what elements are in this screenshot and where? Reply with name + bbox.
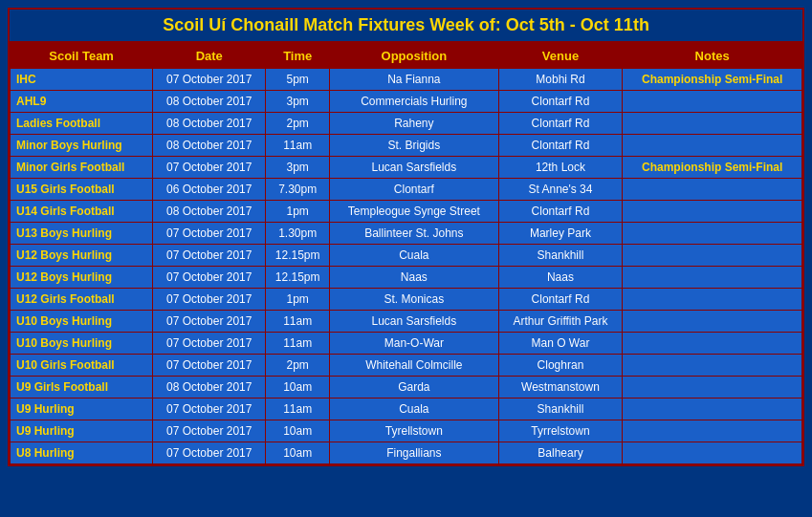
table-row: U10 Boys Hurling07 October 201711amMan-O… — [11, 333, 802, 355]
col-header-date: Date — [153, 44, 266, 69]
fixtures-container: Scoil Uí Chonaill Match Fixtures Week of… — [8, 8, 804, 466]
cell-time: 1pm — [266, 289, 330, 311]
table-header-row: Scoil Team Date Time Opposition Venue No… — [11, 44, 802, 69]
cell-opposition: Lucan Sarsfields — [330, 157, 499, 179]
cell-notes — [623, 201, 802, 223]
cell-date: 07 October 2017 — [153, 399, 266, 420]
cell-team: U12 Boys Hurling — [11, 245, 153, 267]
cell-notes — [623, 377, 802, 399]
cell-time: 12.15pm — [266, 245, 330, 267]
table-row: IHC07 October 20175pmNa FiannaMobhi RdCh… — [11, 69, 802, 91]
cell-time: 7.30pm — [266, 179, 330, 201]
cell-date: 07 October 2017 — [153, 289, 266, 311]
cell-opposition: Na Fianna — [330, 69, 499, 91]
cell-opposition: Cuala — [330, 399, 499, 420]
cell-opposition: Man-O-War — [330, 333, 499, 355]
cell-time: 11am — [266, 399, 330, 420]
cell-venue: Cloghran — [498, 355, 623, 377]
table-row: AHL908 October 20173pmCommercials Hurlin… — [11, 91, 802, 113]
cell-team: Minor Boys Hurling — [11, 135, 153, 157]
cell-venue: Shankhill — [498, 245, 623, 267]
cell-date: 07 October 2017 — [153, 267, 266, 289]
cell-opposition: Clontarf — [330, 179, 499, 201]
table-row: U10 Girls Football07 October 20172pmWhit… — [11, 355, 802, 377]
table-row: Minor Girls Football07 October 20173pmLu… — [11, 157, 802, 179]
cell-date: 07 October 2017 — [153, 333, 266, 355]
cell-team: U9 Hurling — [11, 399, 153, 420]
cell-opposition: Raheny — [330, 113, 499, 135]
cell-notes — [623, 113, 802, 135]
cell-notes — [623, 355, 802, 377]
cell-notes — [623, 135, 802, 157]
cell-time: 1.30pm — [266, 223, 330, 245]
cell-date: 08 October 2017 — [153, 201, 266, 223]
cell-time: 3pm — [266, 157, 330, 179]
cell-notes — [623, 311, 802, 333]
cell-time: 10am — [266, 442, 330, 464]
cell-team: U12 Girls Football — [11, 289, 153, 311]
cell-venue: St Anne's 34 — [498, 179, 623, 201]
cell-notes — [623, 179, 802, 201]
cell-date: 07 October 2017 — [153, 311, 266, 333]
table-row: U13 Boys Hurling07 October 20171.30pmBal… — [11, 223, 802, 245]
cell-opposition: Lucan Sarsfields — [330, 311, 499, 333]
cell-team: U9 Hurling — [11, 420, 153, 442]
cell-team: Ladies Football — [11, 113, 153, 135]
cell-team: U14 Girls Football — [11, 201, 153, 223]
table-row: U9 Hurling07 October 201710amTyrellstown… — [11, 420, 802, 442]
cell-date: 08 October 2017 — [153, 377, 266, 399]
cell-team: U8 Hurling — [11, 442, 153, 464]
fixtures-table: Scoil Team Date Time Opposition Venue No… — [10, 43, 802, 464]
cell-opposition: Templeogue Synge Street — [330, 201, 499, 223]
cell-opposition: Garda — [330, 377, 499, 399]
cell-notes — [623, 420, 802, 442]
cell-date: 08 October 2017 — [153, 135, 266, 157]
table-row: U12 Boys Hurling07 October 201712.15pmCu… — [11, 245, 802, 267]
cell-opposition: Ballinteer St. Johns — [330, 223, 499, 245]
cell-time: 12.15pm — [266, 267, 330, 289]
col-header-opposition: Opposition — [330, 44, 499, 69]
table-row: Ladies Football08 October 20172pmRahenyC… — [11, 113, 802, 135]
cell-venue: Clontarf Rd — [498, 201, 623, 223]
table-row: U10 Boys Hurling07 October 201711amLucan… — [11, 311, 802, 333]
cell-venue: Naas — [498, 267, 623, 289]
cell-date: 07 October 2017 — [153, 420, 266, 442]
cell-time: 11am — [266, 333, 330, 355]
cell-date: 07 October 2017 — [153, 442, 266, 464]
cell-notes — [623, 289, 802, 311]
cell-notes — [623, 442, 802, 464]
cell-venue: Man O War — [498, 333, 623, 355]
cell-time: 10am — [266, 420, 330, 442]
table-row: U15 Girls Football06 October 20177.30pmC… — [11, 179, 802, 201]
cell-venue: Shankhill — [498, 399, 623, 420]
cell-venue: Clontarf Rd — [498, 91, 623, 113]
cell-venue: Tyrrelstown — [498, 420, 623, 442]
cell-date: 07 October 2017 — [153, 355, 266, 377]
cell-opposition: Whitehall Colmcille — [330, 355, 499, 377]
cell-opposition: St. Monicas — [330, 289, 499, 311]
col-header-venue: Venue — [498, 44, 623, 69]
cell-time: 1pm — [266, 201, 330, 223]
cell-venue: Arthur Griffith Park — [498, 311, 623, 333]
cell-time: 2pm — [266, 355, 330, 377]
cell-opposition: Naas — [330, 267, 499, 289]
cell-team: U10 Boys Hurling — [11, 311, 153, 333]
cell-time: 11am — [266, 311, 330, 333]
cell-date: 07 October 2017 — [153, 157, 266, 179]
cell-team: U13 Boys Hurling — [11, 223, 153, 245]
cell-time: 2pm — [266, 113, 330, 135]
table-row: U9 Hurling07 October 201711amCualaShankh… — [11, 399, 802, 420]
cell-date: 07 October 2017 — [153, 223, 266, 245]
cell-team: IHC — [11, 69, 153, 91]
cell-opposition: Tyrellstown — [330, 420, 499, 442]
table-row: U9 Girls Football08 October 201710amGard… — [11, 377, 802, 399]
cell-opposition: Commercials Hurling — [330, 91, 499, 113]
table-row: Minor Boys Hurling08 October 201711amSt.… — [11, 135, 802, 157]
col-header-notes: Notes — [623, 44, 802, 69]
cell-notes — [623, 91, 802, 113]
cell-venue: Marley Park — [498, 223, 623, 245]
page-title: Scoil Uí Chonaill Match Fixtures Week of… — [10, 10, 802, 43]
cell-date: 08 October 2017 — [153, 113, 266, 135]
cell-team: U15 Girls Football — [11, 179, 153, 201]
cell-team: U12 Boys Hurling — [11, 267, 153, 289]
